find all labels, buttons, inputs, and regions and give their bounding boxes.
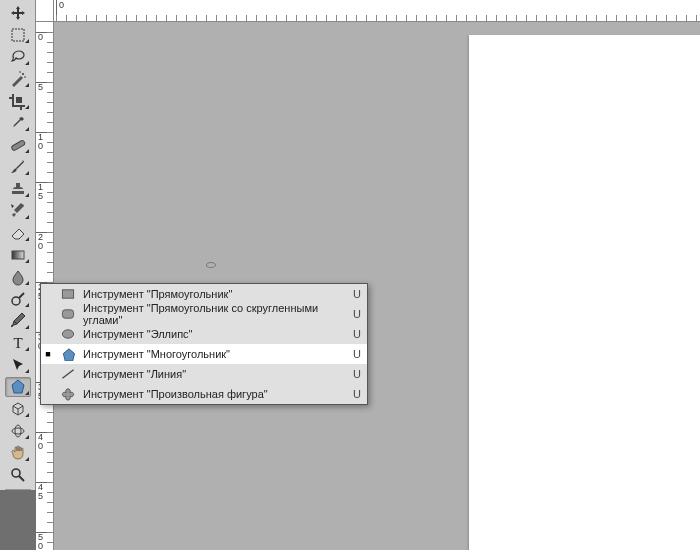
move-tool[interactable] — [5, 3, 31, 23]
ruler-tick — [47, 502, 53, 503]
ruler-tick — [47, 442, 53, 443]
ruler-tick — [47, 522, 53, 523]
ruler-tick — [216, 15, 217, 21]
lasso-tool[interactable] — [5, 47, 31, 67]
ruler-tick — [366, 15, 367, 21]
flyout-indicator — [25, 391, 29, 395]
type-tool[interactable] — [5, 333, 31, 353]
zoom-tool[interactable] — [5, 465, 31, 485]
flyout-item-label: Инструмент "Прямоугольник со скругленным… — [83, 302, 341, 326]
eyedropper-tool[interactable] — [5, 113, 31, 133]
ruler-tick — [47, 52, 53, 53]
ruler-tick — [47, 72, 53, 73]
ruler-tick — [47, 472, 53, 473]
document-canvas[interactable] — [469, 35, 700, 550]
3d-tool[interactable] — [5, 399, 31, 419]
gradient-tool[interactable] — [5, 245, 31, 265]
ruler-tick — [66, 15, 67, 21]
flyout-indicator — [25, 127, 29, 131]
ruler-tick — [126, 15, 127, 21]
flyout-item[interactable]: Инструмент "Линия"U — [41, 364, 367, 384]
ruler-tick — [47, 172, 53, 173]
flyout-item-label: Инструмент "Многоугольник" — [83, 348, 341, 360]
flyout-indicator — [25, 39, 29, 43]
blur-tool[interactable] — [5, 267, 31, 287]
ruler-tick — [546, 15, 547, 21]
ruler-tick — [276, 15, 277, 21]
ruler-tick — [426, 15, 427, 21]
flyout-indicator — [25, 105, 29, 109]
flyout-item[interactable]: Инструмент "Прямоугольник со скругленным… — [41, 304, 367, 324]
ruler-tick — [556, 15, 557, 21]
pen-tool[interactable] — [5, 311, 31, 331]
hand-tool[interactable] — [5, 443, 31, 463]
ruler-tick — [47, 182, 53, 183]
flyout-item-shortcut: U — [347, 288, 361, 300]
ruler-tick — [47, 532, 53, 533]
flyout-indicator — [25, 457, 29, 461]
ruler-tick — [466, 15, 467, 21]
rect-icon — [59, 286, 77, 302]
dodge-tool[interactable] — [5, 289, 31, 309]
flyout-indicator — [25, 413, 29, 417]
ruler-tick — [636, 15, 637, 21]
flyout-item[interactable]: Инструмент "Прямоугольник"U — [41, 284, 367, 304]
ruler-tick — [166, 15, 167, 21]
ruler-tick — [86, 15, 87, 21]
ruler-tick — [246, 15, 247, 21]
ellipse-icon — [59, 326, 77, 342]
ruler-tick — [47, 132, 53, 133]
ruler-tick — [666, 15, 667, 21]
ruler-tick — [326, 15, 327, 21]
flyout-indicator — [25, 171, 29, 175]
ruler-tick — [47, 162, 53, 163]
ruler-tick — [566, 15, 567, 21]
ruler-tick — [696, 15, 697, 21]
ruler-tick — [456, 15, 457, 21]
ruler-tick — [47, 412, 53, 413]
3d-camera-tool[interactable] — [5, 421, 31, 441]
ruler-tick — [47, 42, 53, 43]
ruler-corner — [36, 0, 54, 22]
ruler-tick-label: 50 — [36, 532, 54, 550]
ruler-tick — [396, 15, 397, 21]
ruler-tick — [266, 15, 267, 21]
path-select-tool[interactable] — [5, 355, 31, 375]
ruler-tick — [496, 15, 497, 21]
flyout-indicator — [25, 193, 29, 197]
ruler-tick — [616, 15, 617, 21]
flyout-item[interactable]: Инструмент "Произвольная фигура"U — [41, 384, 367, 404]
flyout-active-marker: ■ — [43, 349, 53, 359]
flyout-item-label: Инструмент "Прямоугольник" — [83, 288, 341, 300]
ruler-tick — [186, 15, 187, 21]
marquee-tool[interactable] — [5, 25, 31, 45]
ruler-tick — [206, 15, 207, 21]
ruler-tick — [506, 15, 507, 21]
ruler-tick — [47, 92, 53, 93]
ruler-tick — [47, 82, 53, 83]
ruler-tick-label: 0 — [36, 32, 54, 42]
shape-tool[interactable] — [5, 377, 31, 397]
flyout-item-shortcut: U — [347, 308, 361, 320]
line-icon — [59, 366, 77, 382]
flyout-indicator — [25, 149, 29, 153]
ruler-tick — [606, 15, 607, 21]
stamp-tool[interactable] — [5, 179, 31, 199]
flyout-item-shortcut: U — [347, 348, 361, 360]
ruler-tick — [56, 15, 57, 21]
flyout-item[interactable]: ■Инструмент "Многоугольник"U — [41, 344, 367, 364]
ruler-tick — [656, 15, 657, 21]
brush-tool[interactable] — [5, 157, 31, 177]
ruler-tick — [436, 15, 437, 21]
ruler-tick — [156, 15, 157, 21]
healing-brush-tool[interactable] — [5, 135, 31, 155]
flyout-item-shortcut: U — [347, 328, 361, 340]
ruler-horizontal[interactable]: 0 — [36, 0, 700, 22]
crop-tool[interactable] — [5, 91, 31, 111]
ruler-tick — [47, 512, 53, 513]
eraser-tool[interactable] — [5, 223, 31, 243]
tools-panel — [0, 0, 36, 550]
history-brush-tool[interactable] — [5, 201, 31, 221]
magic-wand-tool[interactable] — [5, 69, 31, 89]
flyout-item[interactable]: Инструмент "Эллипс"U — [41, 324, 367, 344]
